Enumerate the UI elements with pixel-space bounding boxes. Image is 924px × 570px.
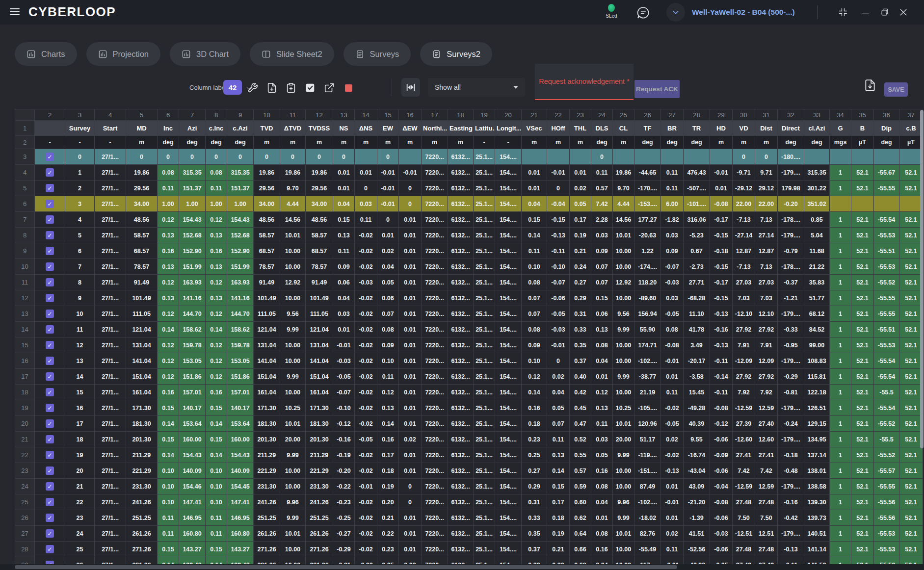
cell[interactable]: -0.02 <box>355 290 377 306</box>
cell[interactable]: 0.14 <box>206 322 227 337</box>
cell[interactable]: -0.29 <box>778 369 804 385</box>
cell[interactable]: 1 <box>830 275 851 290</box>
cell[interactable]: 101.49 <box>126 290 158 306</box>
cell[interactable]: 0.01 <box>522 165 547 181</box>
cell[interactable]: -0.16 <box>778 494 804 510</box>
cell[interactable]: 2 <box>65 181 95 196</box>
cell[interactable]: -1.21 <box>778 290 804 306</box>
row-checkbox-cell[interactable]: ✓ <box>35 526 65 542</box>
cell[interactable]: 6132... <box>448 306 474 322</box>
cell[interactable]: 9.96 <box>280 494 306 510</box>
cell[interactable]: 0.06 <box>333 275 355 290</box>
cell[interactable]: 27/1... <box>95 542 126 557</box>
column-header[interactable]: THL <box>570 121 591 136</box>
cell[interactable]: 8 <box>65 275 95 290</box>
cell[interactable]: -0.02 <box>355 385 377 400</box>
cell[interactable]: 0 <box>377 212 399 228</box>
cell[interactable]: 0.10 <box>206 494 227 510</box>
cell[interactable]: 179.98 <box>778 181 804 196</box>
cell[interactable]: 9.71 <box>755 165 778 181</box>
cell[interactable]: 211.29 <box>126 447 158 463</box>
cell[interactable]: 52.1 <box>851 259 874 275</box>
cell[interactable] <box>874 149 899 165</box>
column-header[interactable]: DLS <box>591 121 613 136</box>
horizontal-scrollbar[interactable] <box>0 564 924 570</box>
cell[interactable]: 0.20 <box>377 494 399 510</box>
cell[interactable]: 52.1 <box>851 306 874 322</box>
cell[interactable]: 0.01 <box>333 181 355 196</box>
cell[interactable]: 0 <box>227 149 254 165</box>
row-checkbox-cell[interactable]: ✓ <box>35 510 65 526</box>
cell[interactable]: 139.30 <box>804 494 830 510</box>
cell[interactable]: 27/1... <box>95 494 126 510</box>
cell[interactable]: 147.41 <box>179 494 206 510</box>
cell[interactable]: 0.09 <box>522 337 547 353</box>
cell[interactable]: -0.05 <box>547 306 570 322</box>
column-number[interactable]: 20 <box>495 109 522 121</box>
cell[interactable]: 1 <box>830 526 851 542</box>
cell[interactable]: -101.... <box>684 196 710 212</box>
cell[interactable]: 0.04 <box>377 259 399 275</box>
column-header[interactable]: c.Azi <box>227 121 254 136</box>
cell[interactable]: 9.56 <box>280 306 306 322</box>
open-external-icon[interactable] <box>324 82 335 93</box>
cell[interactable]: -0.02 <box>355 400 377 416</box>
cell[interactable]: -43.04 <box>684 463 710 479</box>
cell[interactable]: 315.35 <box>179 165 206 181</box>
cell[interactable]: 140.17 <box>179 400 206 416</box>
cell[interactable]: 0.11 <box>355 212 377 228</box>
cell[interactable]: 7220... <box>422 228 448 243</box>
cell[interactable]: 0 <box>547 181 570 196</box>
cell[interactable]: 7.03 <box>733 290 755 306</box>
cell[interactable]: -178.... <box>778 212 804 228</box>
cell[interactable]: 6132... <box>448 322 474 337</box>
horizontal-scrollbar-thumb[interactable] <box>15 565 677 569</box>
column-header[interactable]: Easting <box>448 121 474 136</box>
row-checkbox-cell[interactable]: ✓ <box>35 243 65 259</box>
cell[interactable]: -0.37 <box>778 275 804 290</box>
cell[interactable]: 14.56 <box>280 212 306 228</box>
cell[interactable]: 51.17 <box>634 432 661 447</box>
cell[interactable]: 48.56 <box>254 212 280 228</box>
column-number[interactable]: 21 <box>522 109 547 121</box>
cell[interactable]: 55.90 <box>634 322 661 337</box>
cell[interactable]: 154.... <box>495 337 522 353</box>
cell[interactable]: 27/1... <box>95 416 126 432</box>
column-number[interactable]: 8 <box>206 109 227 121</box>
cell[interactable]: -0.09 <box>710 447 733 463</box>
cell[interactable]: -1.39 <box>684 510 710 526</box>
vertical-scrollbar-thumb[interactable] <box>920 110 924 448</box>
cell[interactable]: -0.14 <box>710 369 733 385</box>
cell[interactable]: 18 <box>65 432 95 447</box>
cell[interactable]: 0.01 <box>333 165 355 181</box>
cell[interactable]: 23 <box>65 510 95 526</box>
cell[interactable]: 143.27 <box>179 542 206 557</box>
cell[interactable]: 10.00 <box>280 290 306 306</box>
cell[interactable]: -44.65 <box>634 165 661 181</box>
cell[interactable]: 27/1... <box>95 306 126 322</box>
cell[interactable]: 241.26 <box>254 494 280 510</box>
cell[interactable]: 25.1... <box>474 149 495 165</box>
cell[interactable]: 154.... <box>495 353 522 369</box>
cell[interactable]: 151.86 <box>227 369 254 385</box>
cell[interactable]: -55.57 <box>874 463 899 479</box>
cell[interactable]: 52.1 <box>851 275 874 290</box>
cell[interactable]: 351.02 <box>804 196 830 212</box>
cell[interactable]: -42.92 <box>684 557 710 565</box>
cell[interactable]: 0.04 <box>522 196 547 212</box>
row-checkbox-cell[interactable]: ✓ <box>35 212 65 228</box>
cell[interactable]: -105.... <box>634 400 661 416</box>
cell[interactable]: -0.11 <box>778 557 804 565</box>
cell[interactable]: 52.1 <box>899 181 923 196</box>
cell[interactable]: 52.1 <box>851 463 874 479</box>
cell[interactable]: 0.01 <box>710 181 733 196</box>
row-checkbox-cell[interactable]: ✓ <box>35 181 65 196</box>
cell[interactable]: 161.04 <box>306 385 333 400</box>
cell[interactable]: 154.... <box>495 494 522 510</box>
cell[interactable]: 152.90 <box>179 243 206 259</box>
cell[interactable]: 0.31 <box>522 494 547 510</box>
cell[interactable]: 163.93 <box>227 275 254 290</box>
cell[interactable]: 27/1... <box>95 400 126 416</box>
cell[interactable]: 52.1 <box>899 165 923 181</box>
add-row-icon[interactable] <box>266 82 277 93</box>
